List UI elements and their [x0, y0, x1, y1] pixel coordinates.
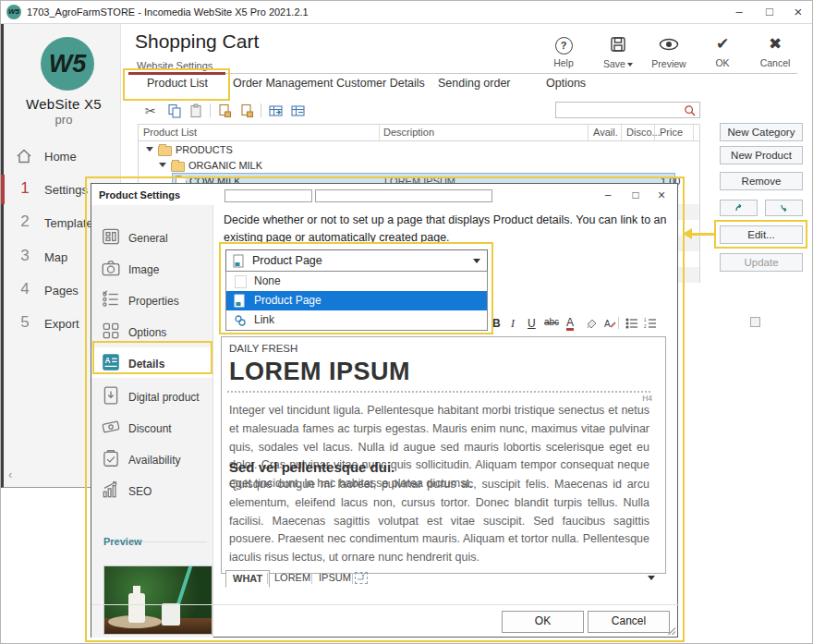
dialog-sidebar: General Image Properties [91, 205, 213, 638]
sidebar-collapse-chevron[interactable]: ‹ [8, 468, 12, 481]
highlight-bucket-icon[interactable] [585, 317, 598, 330]
bold-button[interactable]: B [492, 317, 501, 330]
formatting-marks-icon[interactable] [750, 317, 760, 327]
dropdown-option-none[interactable]: None [226, 272, 487, 291]
dialog-nav-availability[interactable]: Availability [91, 444, 212, 474]
new-category-button[interactable]: New Category [720, 123, 803, 141]
edit-button[interactable]: Edit... [720, 225, 803, 244]
dialog-nav-discount[interactable]: Discount [91, 412, 212, 443]
dialog-close-button[interactable]: × [649, 187, 673, 203]
dropdown-option-product-page[interactable]: Product Page [226, 291, 487, 310]
table-insert-icon[interactable] [268, 103, 284, 118]
column-header[interactable]: Avail. [593, 127, 618, 138]
tree-expander-icon[interactable] [159, 163, 166, 167]
dialog-title: Product Settings [99, 189, 180, 200]
save-label: Save [594, 58, 642, 69]
window-close-button[interactable]: × [784, 1, 812, 23]
tab-product-list[interactable]: Product List [147, 77, 208, 90]
sidebar-item-number: 2 [15, 213, 35, 231]
language-tab-what[interactable]: WHAT [225, 570, 270, 588]
bullet-list-icon[interactable] [625, 317, 638, 329]
dialog-nav-image[interactable]: Image [91, 253, 212, 284]
clear-format-icon[interactable]: A [603, 317, 616, 330]
language-tab-ipsum[interactable]: IPSUM [312, 570, 358, 586]
dialog-ok-button[interactable]: OK [502, 611, 584, 633]
option-label: None [254, 274, 281, 287]
dialog-nav-options[interactable]: Options [91, 316, 212, 346]
preview-separator [142, 541, 207, 542]
save-button[interactable]: Save [594, 34, 642, 69]
column-header[interactable]: Disco... [626, 127, 661, 138]
update-button[interactable]: Update [720, 253, 803, 272]
dialog-nav-digital-product[interactable]: Digital product [91, 381, 212, 411]
style-select-partial[interactable] [224, 189, 312, 202]
underline-button[interactable]: U [528, 317, 536, 330]
italic-button[interactable]: I [511, 317, 515, 331]
details-document-icon: A [101, 352, 121, 372]
tab-sending-order[interactable]: Sending order [438, 77, 511, 90]
tab-customer-details[interactable]: Customer Details [336, 77, 425, 90]
dialog-nav-general[interactable]: General [91, 222, 212, 252]
table-export-icon[interactable] [290, 103, 306, 118]
add-language-tab-icon[interactable] [355, 572, 368, 584]
dialog-nav-seo[interactable]: SEO [91, 475, 212, 505]
window-maximize-button[interactable]: □ [756, 1, 783, 23]
import-product-icon[interactable] [217, 103, 232, 118]
cut-scissors-icon[interactable]: ✂ [145, 103, 156, 118]
column-header[interactable]: Description [383, 127, 434, 138]
dialog-nav-label: Availability [128, 454, 180, 467]
tab-options[interactable]: Options [546, 77, 586, 90]
font-color-button[interactable]: A [566, 317, 574, 331]
dialog-nav-label: General [128, 232, 168, 245]
numbered-list-icon[interactable]: 12 [644, 317, 657, 329]
ok-button[interactable]: ✔ OK [698, 34, 746, 68]
dialog-nav-details[interactable]: A Details [91, 347, 212, 378]
sidebar-item-home[interactable]: Home [4, 140, 121, 173]
paste-icon[interactable] [188, 103, 203, 118]
toolbar-separator [210, 103, 211, 117]
rich-text-editor[interactable]: DAILY FRESH LOREM IPSUM H4 Integer vel t… [221, 336, 666, 574]
dialog-maximize-button[interactable]: □ [624, 187, 648, 203]
strikethrough-button[interactable]: abc [544, 317, 559, 327]
move-up-button[interactable] [720, 200, 758, 216]
page-title: Shopping Cart [135, 30, 259, 53]
table-row-products[interactable]: PRODUCTS [139, 141, 699, 157]
font-select-partial[interactable] [315, 189, 492, 202]
dialog-minimize-button[interactable]: – [596, 187, 620, 203]
export-product-icon[interactable] [239, 103, 254, 118]
dialog-nav-label: Discount [128, 422, 172, 435]
home-icon [15, 147, 33, 165]
dialog-cancel-button[interactable]: Cancel [588, 611, 670, 633]
remove-button[interactable]: Remove [720, 172, 803, 190]
sidebar-item-label: Template [44, 216, 93, 230]
seo-chart-icon [101, 480, 121, 500]
copy-icon[interactable] [167, 103, 182, 118]
window-minimize-button[interactable]: – [725, 1, 753, 23]
tab-order-management[interactable]: Order Management [233, 77, 333, 90]
product-page-dropdown[interactable]: Product Page [225, 249, 488, 273]
search-input[interactable] [555, 102, 700, 118]
preview-button[interactable]: Preview [645, 34, 693, 69]
download-document-icon [101, 385, 121, 406]
column-header[interactable]: Product List [143, 127, 197, 138]
table-header: Product List Description Avail. Disco...… [139, 125, 699, 141]
toolbar-separator [261, 103, 261, 117]
tree-expander-icon[interactable] [146, 147, 153, 152]
dialog-resize-grip[interactable] [668, 627, 675, 635]
toolbar-separator [618, 317, 619, 329]
dialog-nav-properties[interactable]: Properties [91, 285, 212, 315]
editor-dropdown-caret[interactable] [648, 576, 655, 580]
dropdown-open-list: None Product Page Link [225, 271, 488, 331]
language-tab-lorem[interactable]: LOREM [268, 570, 317, 586]
grid-squares-icon [101, 321, 121, 341]
column-header[interactable]: Price [660, 127, 683, 138]
dropdown-option-link[interactable]: Link [226, 310, 487, 330]
floppy-disk-icon [594, 35, 642, 55]
logo-edition: pro [4, 113, 124, 127]
cancel-button[interactable]: ✖ Cancel [751, 34, 799, 68]
help-button[interactable]: ? Help [540, 34, 588, 68]
table-row-organic-milk[interactable]: ORGANIC MILK [139, 157, 699, 173]
product-preview-image [103, 565, 212, 635]
move-down-button[interactable] [765, 200, 803, 216]
new-product-button[interactable]: New Product [720, 146, 803, 164]
